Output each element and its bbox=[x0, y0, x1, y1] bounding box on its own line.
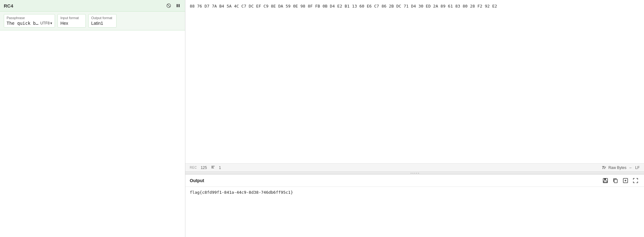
line-icon bbox=[211, 165, 215, 170]
left-fields: Passphrase The quick b… UTF8 ▾ Input for… bbox=[0, 12, 185, 30]
fullscreen-button[interactable] bbox=[631, 177, 640, 184]
output-section: Output bbox=[185, 174, 644, 237]
output-value: flag{c8fd99f1-841a-44c9-8d38-746db6ff95c… bbox=[190, 190, 293, 195]
rc4-title: RC4 bbox=[4, 3, 13, 8]
resize-divider[interactable] bbox=[185, 172, 644, 174]
svg-rect-3 bbox=[178, 4, 180, 7]
svg-line-1 bbox=[167, 4, 170, 7]
output-content[interactable]: flag{c8fd99f1-841a-44c9-8d38-746db6ff95c… bbox=[185, 187, 644, 237]
output-header: Output bbox=[185, 175, 644, 187]
save-button[interactable] bbox=[601, 177, 609, 184]
passphrase-label: Passphrase bbox=[7, 16, 52, 20]
status-left: REC 125 1 bbox=[190, 165, 221, 170]
rec-label: REC bbox=[190, 166, 197, 169]
line-count: 1 bbox=[219, 166, 221, 170]
input-format-value: Hex bbox=[60, 21, 83, 26]
output-format-group: Output format Latin1 bbox=[88, 14, 117, 28]
left-panel: RC4 Passphrase The quick b… bbox=[0, 0, 185, 237]
svg-rect-10 bbox=[614, 179, 617, 183]
output-format-label: Output format bbox=[91, 16, 114, 20]
left-header: RC4 bbox=[0, 0, 185, 12]
font-icon: Tr bbox=[602, 165, 606, 170]
passphrase-format-label: UTF8 bbox=[40, 21, 50, 25]
input-format-group: Input format Hex bbox=[57, 14, 86, 28]
passphrase-format-chevron: ▾ bbox=[50, 21, 52, 25]
header-icons bbox=[166, 3, 181, 9]
passphrase-inner: The quick b… UTF8 ▾ bbox=[7, 21, 52, 26]
output-title: Output bbox=[190, 178, 204, 183]
passphrase-value: The quick b… bbox=[7, 21, 38, 26]
char-count: 125 bbox=[201, 166, 207, 170]
newline-label: LF bbox=[635, 166, 640, 170]
arrow-icon: ← bbox=[629, 166, 633, 170]
format-label: Raw Bytes bbox=[609, 166, 626, 170]
svg-rect-8 bbox=[604, 178, 606, 180]
input-text: 88 76 D7 7A B4 5A 4C C7 DC EF C9 8E DA 5… bbox=[190, 4, 497, 8]
left-content bbox=[0, 30, 185, 237]
status-right: Tr Raw Bytes ← LF bbox=[602, 165, 640, 170]
paste-button[interactable] bbox=[621, 177, 630, 184]
input-format-label: Input format bbox=[60, 16, 83, 20]
copy-button[interactable] bbox=[611, 177, 619, 184]
passphrase-group: Passphrase The quick b… UTF8 ▾ bbox=[4, 14, 55, 28]
svg-rect-2 bbox=[177, 4, 178, 7]
pause-button[interactable] bbox=[175, 3, 181, 9]
right-panel: 88 76 D7 7A B4 5A 4C C7 DC EF C9 8E DA 5… bbox=[185, 0, 644, 237]
input-area[interactable]: 88 76 D7 7A B4 5A 4C C7 DC EF C9 8E DA 5… bbox=[185, 0, 644, 164]
divider-dots bbox=[411, 173, 419, 174]
passphrase-format-select[interactable]: UTF8 ▾ bbox=[40, 21, 52, 25]
output-icons bbox=[601, 177, 640, 184]
output-format-value: Latin1 bbox=[91, 21, 114, 26]
svg-rect-9 bbox=[604, 181, 607, 182]
disable-button[interactable] bbox=[166, 3, 172, 9]
status-bar: REC 125 1 Tr Raw Bytes ← LF bbox=[185, 164, 644, 172]
